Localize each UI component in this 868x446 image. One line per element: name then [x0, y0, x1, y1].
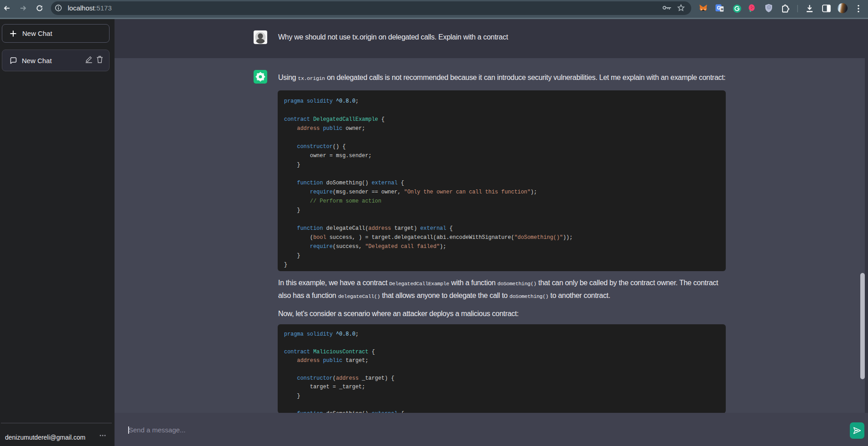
- svg-text:✱: ✱: [720, 7, 723, 11]
